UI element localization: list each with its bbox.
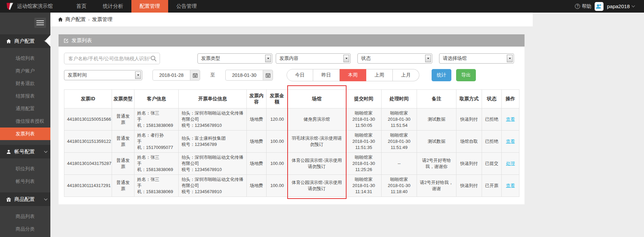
cell-venue: 健身房演示馆 xyxy=(288,108,346,131)
cell-invoice-type: 普通发票 xyxy=(112,131,134,153)
calendar-button[interactable] xyxy=(190,70,200,81)
export-button[interactable]: 导出 xyxy=(456,69,476,81)
sidebar-item-finance-refund[interactable]: 财务退款 xyxy=(0,77,50,90)
search-icon[interactable] xyxy=(150,55,157,62)
username: papa2018 xyxy=(607,3,630,9)
cell-invoice-id: 441801301151359122 xyxy=(64,131,112,153)
sidebar-group-product-config[interactable]: 商品配置 xyxy=(0,192,50,206)
col-submit-time: 提交时间 xyxy=(346,90,382,108)
sidebar-item-merchant-account[interactable]: 商户账户 xyxy=(0,65,50,77)
col-unit-info: 开票单位信息 xyxy=(179,90,247,108)
sidebar-item-product-category[interactable]: 商品分类 xyxy=(0,223,50,235)
range-today-button[interactable]: 今日 xyxy=(287,69,313,81)
sidebar-top xyxy=(0,13,50,34)
gift-icon xyxy=(6,197,11,202)
cell-submit-time: 啪啪馆家 2018-01-30 11:25:26 xyxy=(346,153,382,175)
breadcrumb-merchant-config[interactable]: 商户配置 xyxy=(65,16,86,23)
sidebar-group-label: 帐号配置 xyxy=(14,149,35,155)
cell-invoice-id: 441801301150051566 xyxy=(64,108,112,131)
cell-venue: 羽毛球演示馆-演示使用请勿预订 xyxy=(288,131,346,153)
stats-button[interactable]: 统计 xyxy=(432,69,451,81)
cell-submit-time: 啪啪馆家 2018-01-30 11:51:35 xyxy=(346,131,382,153)
action-view-link[interactable]: 查看 xyxy=(506,183,515,188)
dropdown-arrow-icon xyxy=(507,55,513,62)
sidebar-group-account-config[interactable]: 帐号配置 xyxy=(0,145,50,158)
nav-item-statistics[interactable]: 统计分析 xyxy=(95,0,131,13)
calendar-icon xyxy=(265,73,271,78)
cell-submit-time: 啪啪馆家 2018-01-30 11:50:05 xyxy=(346,108,382,131)
status-select[interactable]: 状态 xyxy=(357,53,432,64)
nav-item-home[interactable]: 首页 xyxy=(68,0,95,13)
venue-select[interactable]: 请选择场馆 xyxy=(439,53,514,64)
range-yesterday-button[interactable]: 昨日 xyxy=(313,69,340,81)
hamburger-menu-button[interactable] xyxy=(34,18,46,28)
col-process-time: 处理时间 xyxy=(382,90,417,108)
sidebar-item-invoice-list[interactable]: 发票列表 xyxy=(0,128,50,140)
user-menu[interactable]: papa2018 xyxy=(607,3,634,9)
sidebar-group-label: 商品配置 xyxy=(14,196,35,203)
col-status: 状态 xyxy=(482,90,502,108)
home-icon xyxy=(6,39,11,44)
sidebar-group-account-items: 职位列表 帐号列表 xyxy=(0,158,50,192)
help-button[interactable]: ? 帮助 xyxy=(575,3,591,10)
filter-row-1: 发票类型 发票内容 状态 请选择场馆 xyxy=(64,53,519,64)
sidebar-group-merchant-config[interactable]: 商户配置 xyxy=(0,34,50,48)
col-invoice-content: 发票内容 xyxy=(247,90,267,108)
dropdown-arrow-icon xyxy=(425,55,431,62)
brand-name: 运动馆家演示馆 xyxy=(17,3,53,10)
range-this-week-button[interactable]: 本周 xyxy=(340,69,366,81)
table-row: 441801301150051566 普通发票 姓名：张三 手 机：158138… xyxy=(64,108,519,131)
range-last-week-button[interactable]: 上周 xyxy=(366,69,393,81)
col-customer-info: 客户信息 xyxy=(134,90,179,108)
col-venue: 场馆 xyxy=(288,90,346,108)
sidebar-item-account-list[interactable]: 帐号列表 xyxy=(0,175,50,188)
main-nav: 首页 统计分析 配置管理 公告管理 xyxy=(68,0,205,13)
user-icon xyxy=(6,149,11,154)
panel-body: 发票类型 发票内容 状态 请选择场馆 xyxy=(59,47,525,204)
sidebar-item-general-config[interactable]: 通用配置 xyxy=(0,102,50,115)
invoice-time-select[interactable]: 发票时间 xyxy=(64,70,142,80)
action-view-link[interactable]: 查看 xyxy=(506,139,515,144)
sidebar-item-product-list[interactable]: 商品列表 xyxy=(0,210,50,223)
cell-invoice-content: 场地费 xyxy=(247,153,267,175)
sidebar-item-wechat-report-auth[interactable]: 微信报表授权 xyxy=(0,115,50,128)
date-from-input[interactable] xyxy=(152,70,190,81)
cell-venue: 体育公园演示馆-演示使用请勿预订 xyxy=(288,175,346,197)
chevron-down-icon xyxy=(632,4,635,7)
chevron-down-icon xyxy=(44,197,48,200)
invoice-type-select[interactable]: 发票类型 xyxy=(197,53,272,64)
invoice-content-select[interactable]: 发票内容 xyxy=(276,53,351,64)
filter-row-2: 发票时间 至 xyxy=(64,69,519,81)
nav-item-configuration[interactable]: 配置管理 xyxy=(131,0,168,13)
sidebar-item-settlement-report[interactable]: 结算报表 xyxy=(0,90,50,102)
content-area: 商户配置 › 发票管理 发票列表 xyxy=(50,13,533,237)
cell-invoice-amount: 120.00 xyxy=(267,108,288,131)
brand[interactable]: 运动馆家演示馆 xyxy=(0,0,68,13)
cell-venue: 体育公园演示馆-演示使用请勿预订 xyxy=(288,153,346,175)
action-process-link[interactable]: 处理 xyxy=(506,161,515,166)
search-input[interactable] xyxy=(65,56,150,61)
nav-item-announcements[interactable]: 公告管理 xyxy=(168,0,205,13)
cell-status: 已提交 xyxy=(482,153,502,175)
cell-status: 已拒绝 xyxy=(482,131,502,153)
table-header-row: 发票ID 发票类型 客户信息 开票单位信息 发票内容 发票金额 场馆 提交时间 … xyxy=(64,90,519,108)
cell-status: 已开票 xyxy=(482,175,502,197)
range-last-month-button[interactable]: 上月 xyxy=(393,69,419,81)
edit-icon xyxy=(64,38,69,43)
cell-invoice-amount: 100.00 xyxy=(267,131,288,153)
sidebar-item-position-list[interactable]: 职位列表 xyxy=(0,163,50,175)
sidebar-group-product-items: 商品列表 商品分类 xyxy=(0,206,50,237)
cell-invoice-id: 441801301043175287 xyxy=(64,153,112,175)
cell-status: 已拒绝 xyxy=(482,108,502,131)
avatar[interactable] xyxy=(595,2,603,11)
cell-customer-info: 姓名：张三 手 机：15813838069 xyxy=(134,108,179,131)
action-view-link[interactable]: 查看 xyxy=(506,117,515,122)
home-icon xyxy=(58,17,63,22)
date-to-input[interactable] xyxy=(225,70,263,81)
cell-unit-info: 抬头：深圳市啪啪运动文化传播有限公司 税号：12345678910 xyxy=(179,108,247,131)
table-row: 441801301114317291 普通发票 姓名：张三 手 机：158138… xyxy=(64,175,519,197)
cell-remark: 请2号开好寄给我，谢谢你 xyxy=(417,153,456,175)
cell-invoice-type: 普通发票 xyxy=(112,175,134,197)
sidebar-item-venue-list[interactable]: 场馆列表 xyxy=(0,52,50,65)
calendar-button[interactable] xyxy=(263,70,273,81)
